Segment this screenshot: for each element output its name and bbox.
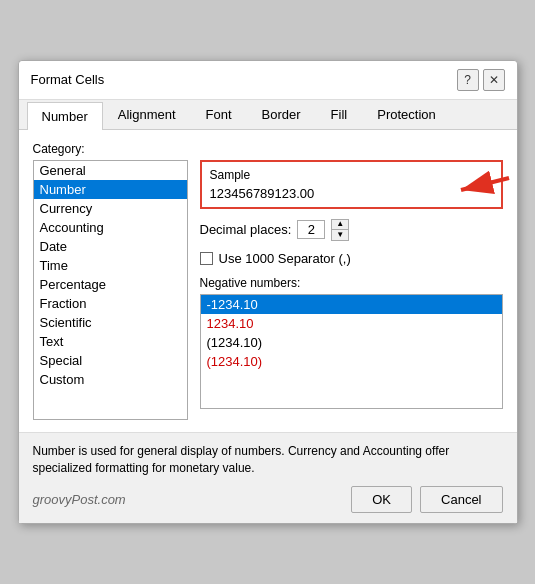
neg-item-2[interactable]: (1234.10) xyxy=(201,333,502,352)
main-area: General Number Currency Accounting Date … xyxy=(33,160,503,420)
category-currency[interactable]: Currency xyxy=(34,199,187,218)
tab-fill[interactable]: Fill xyxy=(316,100,363,130)
tab-protection[interactable]: Protection xyxy=(362,100,451,130)
brand-text: groovyPost.com xyxy=(33,492,126,507)
decimal-row: Decimal places: ▲ ▼ xyxy=(200,219,503,241)
right-panel: Sample 123456789123.00 Decimal places: ▲… xyxy=(200,160,503,420)
title-bar: Format Cells ? ✕ xyxy=(19,61,517,100)
tab-border[interactable]: Border xyxy=(247,100,316,130)
category-percentage[interactable]: Percentage xyxy=(34,275,187,294)
spinner-up[interactable]: ▲ xyxy=(332,220,348,230)
category-list[interactable]: General Number Currency Accounting Date … xyxy=(33,160,188,420)
cancel-button[interactable]: Cancel xyxy=(420,486,502,513)
category-date[interactable]: Date xyxy=(34,237,187,256)
ok-button[interactable]: OK xyxy=(351,486,412,513)
help-button[interactable]: ? xyxy=(457,69,479,91)
category-accounting[interactable]: Accounting xyxy=(34,218,187,237)
title-bar-left: Format Cells xyxy=(31,72,105,87)
negative-label: Negative numbers: xyxy=(200,276,503,290)
category-general[interactable]: General xyxy=(34,161,187,180)
category-text[interactable]: Text xyxy=(34,332,187,351)
category-special[interactable]: Special xyxy=(34,351,187,370)
neg-item-1[interactable]: 1234.10 xyxy=(201,314,502,333)
category-custom[interactable]: Custom xyxy=(34,370,187,389)
separator-row: Use 1000 Separator (,) xyxy=(200,251,503,266)
tabs: Number Alignment Font Border Fill Protec… xyxy=(19,100,517,130)
category-label: Category: xyxy=(33,142,503,156)
separator-label: Use 1000 Separator (,) xyxy=(219,251,351,266)
close-button[interactable]: ✕ xyxy=(483,69,505,91)
neg-item-0[interactable]: -1234.10 xyxy=(201,295,502,314)
content-area: Category: General Number Currency Accoun… xyxy=(19,130,517,432)
button-group: OK Cancel xyxy=(351,486,502,513)
separator-checkbox[interactable] xyxy=(200,252,213,265)
footer-description: Number is used for general display of nu… xyxy=(33,443,503,477)
red-arrow-icon xyxy=(431,170,511,213)
footer-buttons: groovyPost.com OK Cancel xyxy=(33,486,503,513)
neg-item-3[interactable]: (1234.10) xyxy=(201,352,502,371)
tab-font[interactable]: Font xyxy=(191,100,247,130)
category-number[interactable]: Number xyxy=(34,180,187,199)
dialog-title: Format Cells xyxy=(31,72,105,87)
decimal-input[interactable] xyxy=(297,220,325,239)
footer-area: Number is used for general display of nu… xyxy=(19,432,517,524)
negative-section: Negative numbers: -1234.10 1234.10 (1234… xyxy=(200,276,503,409)
negative-list[interactable]: -1234.10 1234.10 (1234.10) (1234.10) xyxy=(200,294,503,409)
tab-number[interactable]: Number xyxy=(27,102,103,130)
category-scientific[interactable]: Scientific xyxy=(34,313,187,332)
decimal-spinner: ▲ ▼ xyxy=(331,219,349,241)
category-fraction[interactable]: Fraction xyxy=(34,294,187,313)
tab-alignment[interactable]: Alignment xyxy=(103,100,191,130)
format-cells-dialog: Format Cells ? ✕ Number Alignment Font B… xyxy=(18,60,518,525)
category-time[interactable]: Time xyxy=(34,256,187,275)
decimal-label: Decimal places: xyxy=(200,222,292,237)
title-controls: ? ✕ xyxy=(457,69,505,91)
spinner-down[interactable]: ▼ xyxy=(332,230,348,240)
